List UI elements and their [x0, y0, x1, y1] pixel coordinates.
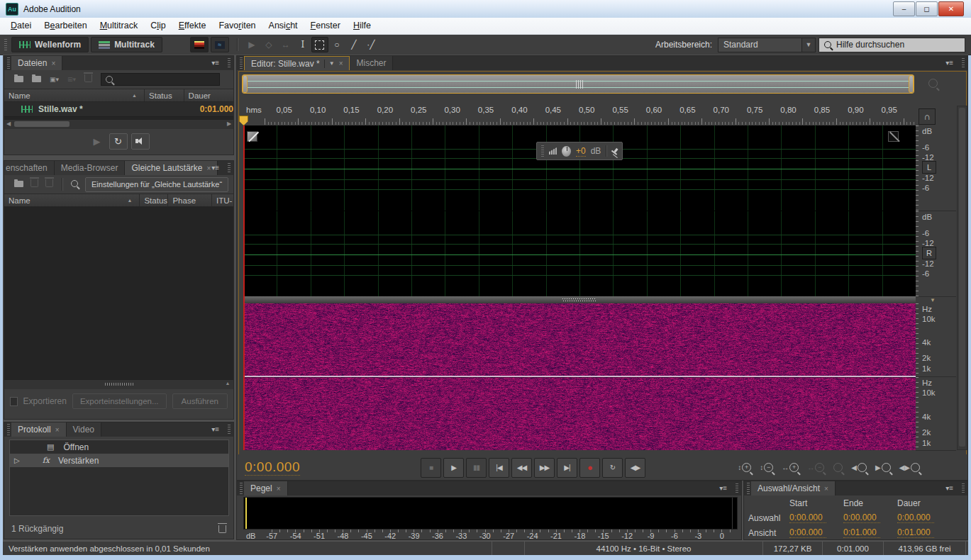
- match-file-list[interactable]: [4, 207, 233, 379]
- paintbrush-tool[interactable]: ╱: [345, 37, 362, 52]
- workspace-select[interactable]: Standard ▼: [718, 38, 816, 52]
- zoom-button[interactable]: ◀: [851, 463, 867, 472]
- menu-item[interactable]: Multitrack: [94, 18, 145, 34]
- panel-menu-icon[interactable]: ▾≡: [945, 59, 953, 67]
- selection-end[interactable]: 0:00.000: [843, 513, 880, 523]
- preview-play-button[interactable]: ▶: [89, 133, 106, 149]
- transport-button[interactable]: ●: [579, 458, 600, 478]
- minimize-button[interactable]: –: [893, 1, 915, 16]
- tab-video[interactable]: Video: [67, 422, 101, 437]
- menu-item[interactable]: Ansicht: [262, 18, 304, 34]
- panel-grip[interactable]: [962, 483, 965, 493]
- close-icon[interactable]: ×: [206, 164, 211, 172]
- waveform-display-toggle[interactable]: ≈: [211, 37, 229, 52]
- zoom-navigator[interactable]: [242, 74, 914, 94]
- menu-item[interactable]: Datei: [4, 18, 38, 34]
- remove-file-icon[interactable]: [30, 179, 38, 189]
- transport-button[interactable]: ▶|: [557, 458, 577, 478]
- transport-button[interactable]: |◀: [489, 458, 509, 478]
- waveform-view-button[interactable]: Wellenform: [11, 37, 89, 52]
- close-button[interactable]: ✕: [938, 1, 964, 16]
- zoom-button[interactable]: ↕−: [760, 463, 773, 472]
- panel-grip[interactable]: [7, 57, 10, 69]
- zoom-button[interactable]: ◀▶: [899, 463, 920, 472]
- help-search-input[interactable]: Hilfe durchsuchen: [819, 38, 965, 52]
- tab-auswahl-ansicht[interactable]: Auswahl/Ansicht ×: [751, 481, 836, 495]
- move-tool[interactable]: ▶: [243, 37, 260, 52]
- navigator-zoom-out-icon[interactable]: [928, 79, 938, 88]
- file-row-stille[interactable]: Stille.wav * 0:01.000: [4, 102, 233, 117]
- menu-item[interactable]: Favoriten: [212, 18, 262, 34]
- fade-in-handle[interactable]: [247, 131, 257, 142]
- panel-menu-icon[interactable]: ▾≡: [211, 164, 219, 172]
- tab-mischer[interactable]: Mischer: [350, 56, 393, 70]
- right-channel-button[interactable]: R: [922, 247, 936, 259]
- maximize-button[interactable]: ◻: [916, 1, 938, 16]
- panel-menu-icon[interactable]: ▾≡: [719, 484, 727, 492]
- panel-menu-icon[interactable]: ▾≡: [945, 484, 953, 492]
- volume-knob[interactable]: [562, 146, 571, 157]
- scan-icon[interactable]: [71, 179, 78, 189]
- zoom-button[interactable]: ↔+: [782, 463, 799, 472]
- files-hscrollbar[interactable]: ◀ ▶: [4, 119, 233, 129]
- run-button[interactable]: Ausführen: [172, 393, 228, 409]
- panel-grip[interactable]: [228, 425, 231, 435]
- view-end[interactable]: 0:01.000: [843, 527, 880, 538]
- menu-item[interactable]: Fenster: [304, 18, 347, 34]
- open-file-icon[interactable]: [14, 74, 23, 84]
- panel-grip[interactable]: [962, 58, 965, 68]
- navigator-right-handle[interactable]: [909, 75, 914, 93]
- new-file-icon[interactable]: ▣▾: [50, 76, 59, 83]
- hud-gain-value[interactable]: +0: [576, 146, 586, 157]
- trim-tool[interactable]: ↔: [277, 37, 294, 52]
- scale-collapse-icon[interactable]: ▼: [930, 297, 936, 303]
- import-file-icon[interactable]: [32, 74, 41, 84]
- close-icon[interactable]: ×: [55, 426, 60, 434]
- zoom-button[interactable]: ▶: [875, 463, 891, 472]
- transport-button[interactable]: ■: [421, 458, 441, 478]
- remove-all-icon[interactable]: [45, 179, 53, 189]
- volume-hud[interactable]: +0 dB: [536, 142, 623, 160]
- view-start[interactable]: 0:00.000: [789, 527, 826, 538]
- transport-button[interactable]: ▶▶: [534, 458, 555, 478]
- close-icon[interactable]: ×: [824, 485, 828, 493]
- close-icon[interactable]: ×: [51, 60, 55, 67]
- panel-grip[interactable]: [240, 57, 243, 69]
- files-column-header[interactable]: Name▲ Status Dauer: [4, 89, 233, 102]
- transport-button[interactable]: ◀◀: [511, 458, 532, 478]
- menu-item[interactable]: Effekte: [172, 18, 213, 34]
- zoom-button[interactable]: ↔−: [807, 463, 824, 472]
- slip-tool[interactable]: ◇: [260, 37, 277, 52]
- auto-play-button[interactable]: [131, 133, 150, 150]
- left-channel-button[interactable]: L: [922, 161, 936, 174]
- navigator-left-handle[interactable]: [243, 75, 248, 93]
- loop-preview-button[interactable]: ↻: [109, 133, 128, 150]
- export-settings-button[interactable]: Exporteinstellungen...: [72, 393, 167, 409]
- match-hscrollbar[interactable]: ▲: [4, 379, 233, 389]
- pin-icon[interactable]: [609, 146, 619, 157]
- spot-healing-tool[interactable]: ·╱: [362, 37, 379, 52]
- tab-eigenschaften[interactable]: enschaften: [4, 161, 55, 175]
- match-settings-button[interactable]: Einstellungen für „Gleiche Lautstärke“: [85, 177, 228, 192]
- fade-out-handle[interactable]: [888, 131, 899, 142]
- panel-menu-icon[interactable]: ▾≡: [211, 59, 219, 67]
- zoom-button[interactable]: [833, 463, 843, 472]
- level-meter[interactable]: [243, 497, 738, 530]
- panel-grip[interactable]: [240, 483, 243, 494]
- panel-grip[interactable]: [747, 483, 750, 494]
- transport-button[interactable]: ◀▶: [625, 458, 645, 478]
- selection-start[interactable]: 0:00.000: [789, 513, 826, 523]
- chevron-down-icon[interactable]: ▼: [329, 60, 335, 67]
- close-icon[interactable]: ×: [339, 60, 343, 67]
- multitrack-view-button[interactable]: Multitrack: [91, 37, 162, 52]
- tab-pegel[interactable]: Pegel ×: [244, 481, 288, 495]
- editor-vscrollbar[interactable]: [957, 106, 967, 450]
- files-search-input[interactable]: [101, 73, 220, 86]
- menu-item[interactable]: Bearbeiten: [38, 18, 93, 34]
- marquee-selection-tool[interactable]: [311, 37, 328, 52]
- tab-editor[interactable]: Editor: Stille.wav * ▼ ×: [244, 56, 350, 70]
- navigator-grip[interactable]: [576, 80, 584, 89]
- tab-protokoll[interactable]: Protokoll ×: [11, 422, 67, 437]
- view-duration[interactable]: 0:01.000: [897, 527, 934, 538]
- history-item-amplify[interactable]: ▷ fx Verstärken: [10, 454, 228, 467]
